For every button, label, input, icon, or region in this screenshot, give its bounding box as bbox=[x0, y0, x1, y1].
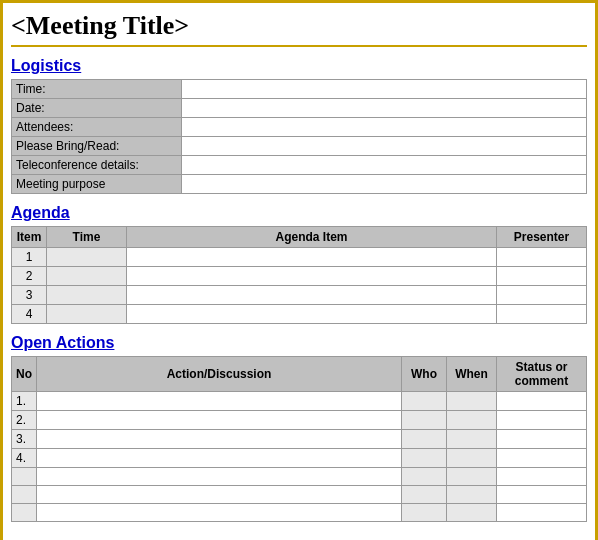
actions-col-action: Action/Discussion bbox=[37, 357, 402, 392]
agenda-section-title: Agenda bbox=[11, 204, 587, 222]
logistics-value bbox=[182, 137, 587, 156]
actions-who bbox=[402, 468, 447, 486]
actions-who bbox=[402, 504, 447, 522]
actions-status bbox=[497, 486, 587, 504]
agenda-col-item: Item bbox=[12, 227, 47, 248]
actions-action bbox=[37, 468, 402, 486]
actions-row bbox=[12, 468, 587, 486]
actions-status bbox=[497, 504, 587, 522]
actions-row: 4. bbox=[12, 449, 587, 468]
actions-when bbox=[447, 468, 497, 486]
logistics-value bbox=[182, 175, 587, 194]
actions-col-who: Who bbox=[402, 357, 447, 392]
actions-no: 3. bbox=[12, 430, 37, 449]
actions-status bbox=[497, 449, 587, 468]
actions-no: 2. bbox=[12, 411, 37, 430]
actions-row: 2. bbox=[12, 411, 587, 430]
agenda-presenter bbox=[497, 248, 587, 267]
actions-table: No Action/Discussion Who When Status or … bbox=[11, 356, 587, 522]
actions-col-status: Status or comment bbox=[497, 357, 587, 392]
actions-when bbox=[447, 504, 497, 522]
agenda-row: 4 bbox=[12, 305, 587, 324]
actions-action bbox=[37, 504, 402, 522]
agenda-presenter bbox=[497, 267, 587, 286]
actions-row: 1. bbox=[12, 392, 587, 411]
actions-who bbox=[402, 392, 447, 411]
logistics-value bbox=[182, 99, 587, 118]
actions-status bbox=[497, 392, 587, 411]
agenda-col-time: Time bbox=[47, 227, 127, 248]
agenda-num: 2 bbox=[12, 267, 47, 286]
logistics-row: Please Bring/Read: bbox=[12, 137, 587, 156]
agenda-row: 2 bbox=[12, 267, 587, 286]
agenda-item bbox=[127, 286, 497, 305]
actions-no: 1. bbox=[12, 392, 37, 411]
actions-who bbox=[402, 449, 447, 468]
actions-row bbox=[12, 504, 587, 522]
actions-who bbox=[402, 486, 447, 504]
actions-who bbox=[402, 430, 447, 449]
actions-status bbox=[497, 468, 587, 486]
actions-no: 4. bbox=[12, 449, 37, 468]
logistics-row: Attendees: bbox=[12, 118, 587, 137]
logistics-row: Date: bbox=[12, 99, 587, 118]
agenda-col-agendaitem: Agenda Item bbox=[127, 227, 497, 248]
agenda-item bbox=[127, 267, 497, 286]
logistics-label: Meeting purpose bbox=[12, 175, 182, 194]
actions-row bbox=[12, 486, 587, 504]
logistics-table: Time: Date: Attendees: Please Bring/Read… bbox=[11, 79, 587, 194]
actions-when bbox=[447, 392, 497, 411]
agenda-time bbox=[47, 267, 127, 286]
actions-no bbox=[12, 468, 37, 486]
actions-col-no: No bbox=[12, 357, 37, 392]
actions-no bbox=[12, 486, 37, 504]
logistics-label: Please Bring/Read: bbox=[12, 137, 182, 156]
actions-no bbox=[12, 504, 37, 522]
logistics-row: Teleconference details: bbox=[12, 156, 587, 175]
agenda-row: 3 bbox=[12, 286, 587, 305]
logistics-label: Attendees: bbox=[12, 118, 182, 137]
logistics-row: Time: bbox=[12, 80, 587, 99]
actions-action bbox=[37, 411, 402, 430]
logistics-label: Date: bbox=[12, 99, 182, 118]
actions-action bbox=[37, 430, 402, 449]
agenda-time bbox=[47, 248, 127, 267]
agenda-table: Item Time Agenda Item Presenter 1 2 3 4 bbox=[11, 226, 587, 324]
actions-when bbox=[447, 486, 497, 504]
logistics-section-title: Logistics bbox=[11, 57, 587, 75]
page-title: <Meeting Title> bbox=[11, 11, 587, 47]
actions-col-when: When bbox=[447, 357, 497, 392]
logistics-label: Time: bbox=[12, 80, 182, 99]
agenda-item bbox=[127, 305, 497, 324]
agenda-num: 1 bbox=[12, 248, 47, 267]
logistics-value bbox=[182, 118, 587, 137]
logistics-row: Meeting purpose bbox=[12, 175, 587, 194]
logistics-label: Teleconference details: bbox=[12, 156, 182, 175]
agenda-num: 3 bbox=[12, 286, 47, 305]
actions-row: 3. bbox=[12, 430, 587, 449]
actions-action bbox=[37, 449, 402, 468]
agenda-presenter bbox=[497, 305, 587, 324]
actions-status bbox=[497, 430, 587, 449]
actions-action bbox=[37, 486, 402, 504]
open-actions-section-title: Open Actions bbox=[11, 334, 587, 352]
agenda-item bbox=[127, 248, 497, 267]
actions-action bbox=[37, 392, 402, 411]
logistics-value bbox=[182, 156, 587, 175]
agenda-presenter bbox=[497, 286, 587, 305]
actions-when bbox=[447, 449, 497, 468]
actions-status bbox=[497, 411, 587, 430]
agenda-time bbox=[47, 305, 127, 324]
actions-when bbox=[447, 430, 497, 449]
logistics-value bbox=[182, 80, 587, 99]
agenda-col-presenter: Presenter bbox=[497, 227, 587, 248]
agenda-num: 4 bbox=[12, 305, 47, 324]
actions-who bbox=[402, 411, 447, 430]
agenda-time bbox=[47, 286, 127, 305]
agenda-row: 1 bbox=[12, 248, 587, 267]
actions-when bbox=[447, 411, 497, 430]
